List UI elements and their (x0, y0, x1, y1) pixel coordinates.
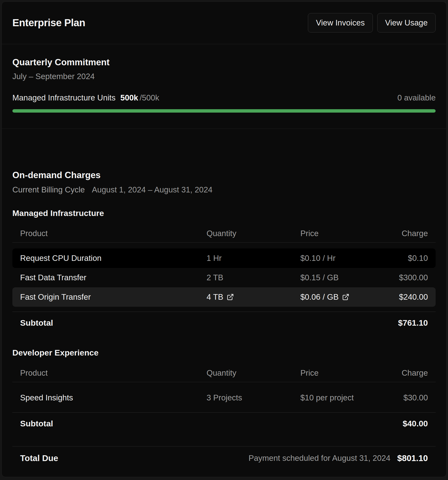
table-row[interactable]: Request CPU Duration 1 Hr $0.10 / Hr $0.… (12, 248, 436, 268)
usage-label: Managed Infrastructure Units (12, 93, 116, 102)
column-header-quantity: Quantity (207, 229, 300, 238)
subtotal-value: $40.00 (403, 419, 428, 428)
cell-price: $0.15 / GB (300, 273, 383, 282)
subtotal-label: Subtotal (20, 419, 53, 428)
table-header: Product Quantity Price Charge (12, 364, 436, 382)
cell-charge: $0.10 (383, 254, 428, 263)
table-row[interactable]: Fast Data Transfer 2 TB $0.15 / GB $300.… (12, 268, 436, 287)
external-link-icon[interactable] (227, 293, 234, 301)
column-header-price: Price (300, 229, 383, 238)
on-demand-charges-section: On-demand Charges Current Billing Cycle … (2, 129, 446, 470)
usage-used-value: 500k (120, 93, 138, 102)
billing-cycle-range: August 1, 2024 – August 31, 2024 (92, 185, 212, 194)
cell-quantity: 4 TB (207, 292, 300, 302)
billing-cycle-label: Current Billing Cycle (12, 185, 85, 194)
group-title: Managed Infrastructure (12, 208, 436, 218)
table-header: Product Quantity Price Charge (12, 224, 436, 243)
cell-product: Fast Origin Transfer (20, 292, 207, 302)
header-actions: View Invoices View Usage (308, 13, 436, 33)
total-due-value: $801.10 (397, 453, 428, 463)
column-header-product: Product (20, 229, 207, 238)
view-usage-button[interactable]: View Usage (377, 13, 436, 33)
usage-progress-track (12, 109, 436, 113)
cell-quantity: 3 Projects (207, 393, 300, 402)
usage-row: Managed Infrastructure Units 500k /500k … (12, 93, 436, 102)
cell-product: Fast Data Transfer (20, 273, 207, 282)
payment-scheduled-note: Payment scheduled for August 31, 2024 (248, 454, 390, 463)
page-title: Enterprise Plan (12, 17, 85, 29)
groups-container: Managed Infrastructure Product Quantity … (12, 208, 436, 435)
quarterly-title: Quarterly Commitment (12, 57, 436, 67)
column-header-quantity: Quantity (207, 368, 300, 378)
subtotal-label: Subtotal (20, 318, 53, 328)
cell-product: Speed Insights (20, 393, 207, 402)
cell-quantity: 2 TB (207, 273, 300, 282)
cell-price: $0.10 / Hr (300, 254, 383, 263)
cell-price: $0.06 / GB (300, 292, 383, 302)
column-header-price: Price (300, 368, 383, 378)
column-header-charge: Charge (383, 368, 428, 378)
subtotal-value: $761.10 (398, 318, 428, 328)
quarterly-commitment-section: Quarterly Commitment July – September 20… (2, 44, 446, 129)
usage-total-value: /500k (140, 93, 159, 102)
column-header-product: Product (20, 368, 207, 378)
charges-title: On-demand Charges (12, 170, 436, 180)
usage-progress-fill (12, 109, 436, 113)
total-due-label: Total Due (20, 453, 58, 463)
total-due-row: Total Due Payment scheduled for August 3… (12, 446, 436, 470)
charge-group: Managed Infrastructure Product Quantity … (12, 208, 436, 334)
total-due-right: Payment scheduled for August 31, 2024 $8… (248, 453, 428, 463)
cell-charge: $240.00 (383, 292, 428, 302)
table-row[interactable]: Fast Origin Transfer 4 TB $0.06 / GB (12, 287, 436, 307)
cell-quantity: 1 Hr (207, 254, 300, 263)
billing-cycle-line: Current Billing Cycle August 1, 2024 – A… (12, 185, 436, 194)
cell-price: $10 per project (300, 393, 383, 402)
table-body: Request CPU Duration 1 Hr $0.10 / Hr $0.… (12, 248, 436, 307)
card-header: Enterprise Plan View Invoices View Usage (2, 2, 446, 44)
cell-charge: $30.00 (383, 393, 428, 402)
charge-group: Developer Experience Product Quantity Pr… (12, 348, 436, 435)
quarterly-period: July – September 2024 (12, 72, 436, 81)
view-invoices-button[interactable]: View Invoices (308, 13, 373, 33)
cell-product: Request CPU Duration (20, 254, 207, 263)
table-body: Speed Insights 3 Projects $10 per projec… (12, 388, 436, 407)
group-title: Developer Experience (12, 348, 436, 357)
usage-left: Managed Infrastructure Units 500k /500k (12, 93, 159, 102)
usage-available: 0 available (397, 93, 436, 102)
table-row[interactable]: Speed Insights 3 Projects $10 per projec… (12, 388, 436, 407)
column-header-charge: Charge (383, 229, 428, 238)
cell-charge: $300.00 (383, 273, 428, 282)
external-link-icon[interactable] (342, 293, 349, 301)
billing-card: Enterprise Plan View Invoices View Usage… (1, 1, 447, 477)
subtotal-row: Subtotal $761.10 (12, 312, 436, 334)
subtotal-row: Subtotal $40.00 (12, 412, 436, 435)
